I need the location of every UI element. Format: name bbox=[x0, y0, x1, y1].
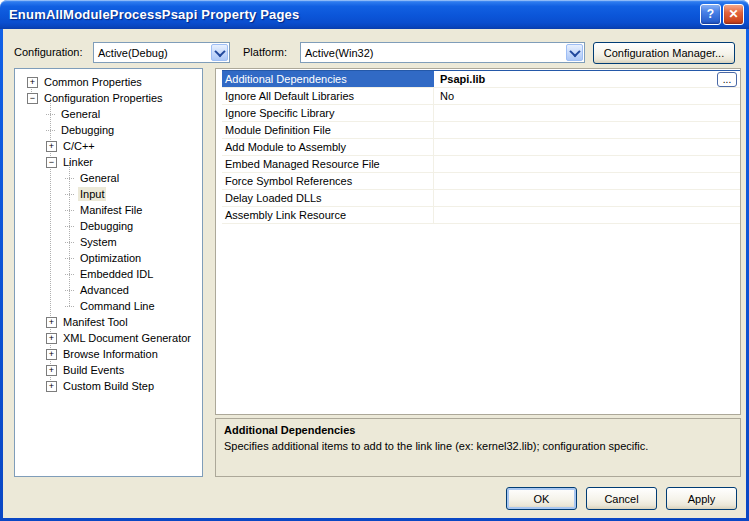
property-name: Module Definition File bbox=[222, 122, 434, 138]
configuration-dropdown[interactable]: Active(Debug) bbox=[93, 42, 230, 63]
property-row-module-definition-file[interactable]: Module Definition File bbox=[222, 122, 740, 139]
property-row-add-module-to-assembly[interactable]: Add Module to Assembly bbox=[222, 139, 740, 156]
tree-item-label: Manifest File bbox=[78, 203, 144, 217]
property-value[interactable] bbox=[434, 122, 740, 138]
tree-item-label: General bbox=[59, 107, 102, 121]
tree-expand-plus-icon[interactable]: + bbox=[46, 141, 57, 152]
property-value[interactable]: No bbox=[434, 88, 740, 104]
property-value[interactable] bbox=[434, 105, 740, 121]
tree-connector bbox=[65, 210, 74, 211]
tree-item-label: Configuration Properties bbox=[42, 91, 165, 105]
tree-item-label: Debugging bbox=[78, 219, 135, 233]
tree-view[interactable]: +Common Properties−Configuration Propert… bbox=[14, 68, 203, 477]
chevron-down-icon[interactable] bbox=[211, 44, 228, 61]
configuration-dropdown-value: Active(Debug) bbox=[98, 47, 168, 59]
tree-item-label: Advanced bbox=[78, 283, 131, 297]
tree-connector bbox=[65, 306, 74, 307]
property-row-delay-loaded-dlls[interactable]: Delay Loaded DLLs bbox=[222, 190, 740, 207]
property-name: Delay Loaded DLLs bbox=[222, 190, 434, 206]
tree-collapse-minus-icon[interactable]: − bbox=[27, 93, 38, 104]
titlebar[interactable]: EnumAllModuleProcessPsapi Property Pages… bbox=[0, 0, 749, 29]
tree-item-system[interactable]: System bbox=[15, 234, 202, 250]
tree-connector bbox=[65, 274, 74, 275]
tree-item-label: Embedded IDL bbox=[78, 267, 155, 281]
tree-connector bbox=[65, 178, 74, 179]
tree-item-label: Command Line bbox=[78, 299, 157, 313]
property-value[interactable] bbox=[434, 139, 740, 155]
tree-item-label: XML Document Generator bbox=[61, 331, 193, 345]
tree-item-label: General bbox=[78, 171, 121, 185]
property-name: Force Symbol References bbox=[222, 173, 434, 189]
tree-item-label: Debugging bbox=[59, 123, 116, 137]
property-value[interactable]: Psapi.lib bbox=[434, 71, 740, 87]
property-row-ignore-specific-library[interactable]: Ignore Specific Library bbox=[222, 105, 740, 122]
tree-item-custom-build-step[interactable]: +Custom Build Step bbox=[15, 378, 202, 394]
configuration-manager-button[interactable]: Configuration Manager... bbox=[593, 42, 735, 64]
tree-item-c-c[interactable]: +C/C++ bbox=[15, 138, 202, 154]
property-pages-dialog: EnumAllModuleProcessPsapi Property Pages… bbox=[0, 0, 749, 521]
property-grid[interactable]: Additional DependenciesPsapi.lib...Ignor… bbox=[215, 68, 741, 415]
tree-expand-plus-icon[interactable]: + bbox=[46, 349, 57, 360]
property-row-ignore-all-default-libraries[interactable]: Ignore All Default LibrariesNo bbox=[222, 88, 740, 105]
tree-connector bbox=[65, 242, 74, 243]
property-name: Ignore Specific Library bbox=[222, 105, 434, 121]
tree-connector bbox=[46, 130, 55, 131]
platform-dropdown-value: Active(Win32) bbox=[305, 47, 373, 59]
tree-expand-plus-icon[interactable]: + bbox=[46, 381, 57, 392]
tree-item-manifest-file[interactable]: Manifest File bbox=[15, 202, 202, 218]
tree-item-label: Linker bbox=[61, 155, 95, 169]
property-row-force-symbol-references[interactable]: Force Symbol References bbox=[222, 173, 740, 190]
platform-label: Platform: bbox=[243, 46, 287, 58]
tree-expand-plus-icon[interactable]: + bbox=[27, 77, 38, 88]
tree-item-label: Custom Build Step bbox=[61, 379, 156, 393]
tree-item-label: Browse Information bbox=[61, 347, 160, 361]
tree-item-general[interactable]: General bbox=[15, 170, 202, 186]
tree-connector bbox=[46, 114, 55, 115]
tree-item-browse-information[interactable]: +Browse Information bbox=[15, 346, 202, 362]
description-title: Additional Dependencies bbox=[224, 424, 732, 436]
chevron-glyph bbox=[569, 45, 580, 56]
tree-item-configuration-properties[interactable]: −Configuration Properties bbox=[15, 90, 202, 106]
property-row-assembly-link-resource[interactable]: Assembly Link Resource bbox=[222, 207, 740, 224]
tree-item-debugging[interactable]: Debugging bbox=[15, 122, 202, 138]
tree-connector bbox=[65, 258, 74, 259]
property-row-additional-dependencies[interactable]: Additional DependenciesPsapi.lib... bbox=[222, 70, 740, 88]
tree-item-command-line[interactable]: Command Line bbox=[15, 298, 202, 314]
tree-collapse-minus-icon[interactable]: − bbox=[46, 157, 57, 168]
titlebar-buttons: ? ✕ bbox=[700, 4, 744, 25]
ellipsis-button[interactable]: ... bbox=[717, 72, 737, 87]
question-icon: ? bbox=[707, 7, 714, 21]
property-value[interactable] bbox=[434, 173, 740, 189]
apply-button[interactable]: Apply bbox=[666, 487, 737, 510]
tree-item-embedded-idl[interactable]: Embedded IDL bbox=[15, 266, 202, 282]
tree-item-label: Common Properties bbox=[42, 75, 144, 89]
tree-item-optimization[interactable]: Optimization bbox=[15, 250, 202, 266]
help-button[interactable]: ? bbox=[700, 4, 721, 25]
tree-expand-plus-icon[interactable]: + bbox=[46, 333, 57, 344]
tree-item-manifest-tool[interactable]: +Manifest Tool bbox=[15, 314, 202, 330]
property-value[interactable] bbox=[434, 207, 740, 223]
tree-item-debugging[interactable]: Debugging bbox=[15, 218, 202, 234]
ok-button[interactable]: OK bbox=[506, 487, 577, 510]
tree-item-build-events[interactable]: +Build Events bbox=[15, 362, 202, 378]
property-row-embed-managed-resource-file[interactable]: Embed Managed Resource File bbox=[222, 156, 740, 173]
cancel-button[interactable]: Cancel bbox=[586, 487, 657, 510]
tree-expand-plus-icon[interactable]: + bbox=[46, 365, 57, 376]
tree-item-input[interactable]: Input bbox=[15, 186, 202, 202]
property-name: Ignore All Default Libraries bbox=[222, 88, 434, 104]
close-button[interactable]: ✕ bbox=[723, 4, 744, 25]
tree-item-xml-document-generator[interactable]: +XML Document Generator bbox=[15, 330, 202, 346]
tree-item-common-properties[interactable]: +Common Properties bbox=[15, 74, 202, 90]
platform-dropdown[interactable]: Active(Win32) bbox=[300, 42, 585, 63]
tree-item-label: Input bbox=[78, 187, 106, 201]
property-value[interactable] bbox=[434, 156, 740, 172]
property-value[interactable] bbox=[434, 190, 740, 206]
property-name: Add Module to Assembly bbox=[222, 139, 434, 155]
configuration-label: Configuration: bbox=[14, 46, 83, 58]
tree-item-linker[interactable]: −Linker bbox=[15, 154, 202, 170]
tree-item-general[interactable]: General bbox=[15, 106, 202, 122]
description-text: Specifies additional items to add to the… bbox=[224, 440, 732, 452]
tree-item-advanced[interactable]: Advanced bbox=[15, 282, 202, 298]
tree-expand-plus-icon[interactable]: + bbox=[46, 317, 57, 328]
chevron-down-icon[interactable] bbox=[566, 44, 583, 61]
